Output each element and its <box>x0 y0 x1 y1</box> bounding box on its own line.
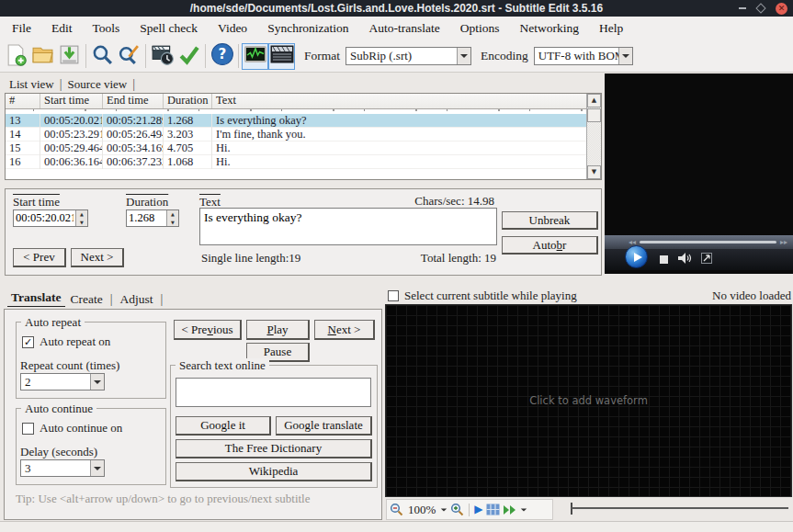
duration-spinner[interactable]: ▲▼ <box>126 209 179 227</box>
menu-networking[interactable]: Networking <box>510 21 590 36</box>
previous-button[interactable]: < Previous <box>174 320 242 340</box>
zoom-dropdown-arrow-icon[interactable] <box>441 508 447 511</box>
save-button[interactable] <box>56 43 83 70</box>
menu-video[interactable]: Video <box>208 21 257 36</box>
waveform-area[interactable]: Click to add waveform <box>385 304 792 497</box>
position-slider-track[interactable] <box>572 507 788 509</box>
toggle-video-button[interactable] <box>268 43 295 70</box>
unbreak-button[interactable]: Unbreak <box>502 211 598 230</box>
waveform-play-icon[interactable]: ▶ <box>474 503 482 516</box>
find-icon <box>91 43 114 70</box>
tab-create[interactable]: Create <box>65 292 108 307</box>
menu-synchronization[interactable]: Synchronization <box>257 21 358 36</box>
auto-repeat-checkbox[interactable]: ✓ <box>22 336 34 348</box>
close-button[interactable]: ✕ <box>776 3 787 15</box>
google-it-button[interactable]: Google it <box>176 416 271 436</box>
col-number[interactable]: # <box>6 94 40 108</box>
google-translate-button[interactable]: Google translate <box>276 416 372 436</box>
tab-translate[interactable]: Translate <box>7 290 65 307</box>
free-dictionary-button[interactable]: The Free Dictionary <box>176 439 372 458</box>
table-row[interactable]: 13 00:05:20.021 00:05:21.289 1.268 Is ev… <box>6 114 586 128</box>
dropdown-arrow-icon <box>618 48 632 64</box>
new-file-icon <box>5 43 28 70</box>
window-title: /home/sde/Documents/Lost.Girls.and.Love.… <box>190 2 603 15</box>
delay-dropdown[interactable]: 3 <box>20 459 105 477</box>
menu-edit[interactable]: Edit <box>41 21 83 36</box>
scrollbar-thumb[interactable] <box>587 108 601 122</box>
menu-auto-translate[interactable]: Auto-translate <box>359 21 450 36</box>
spell-check-button[interactable] <box>176 43 202 70</box>
next-subtitle-button[interactable]: Next > <box>71 248 124 267</box>
scroll-up-icon[interactable]: ▲ <box>587 94 601 108</box>
table-row[interactable]: 16 00:06:36.164 00:06:37.232 1.068 Hi. <box>6 155 586 169</box>
select-subtitle-checkbox[interactable] <box>388 290 399 301</box>
search-text-input[interactable] <box>176 378 371 407</box>
bottom-tabs: Translate Create | Adjust | <box>7 290 164 307</box>
minimize-button[interactable] <box>739 7 746 9</box>
play-button-translate[interactable]: Play <box>246 320 310 340</box>
menu-help[interactable]: Help <box>589 21 633 36</box>
scroll-down-icon[interactable]: ▼ <box>587 165 601 179</box>
start-time-input[interactable] <box>14 210 75 226</box>
duration-input[interactable] <box>127 210 166 226</box>
new-file-button[interactable] <box>3 43 29 70</box>
menu-tools[interactable]: Tools <box>83 21 130 36</box>
encoding-dropdown[interactable]: UTF-8 with BOM <box>534 47 633 65</box>
view-tabs: List view | Source view | <box>6 77 137 92</box>
tab-source-view[interactable]: Source view <box>64 77 131 92</box>
col-end-time[interactable]: End time <box>103 94 164 108</box>
waveform-placeholder: Click to add waveform <box>529 394 648 407</box>
help-icon: ? <box>210 42 234 70</box>
volume-icon[interactable] <box>677 252 692 268</box>
visual-sync-button[interactable] <box>149 43 176 70</box>
table-scrollbar[interactable]: ▲ ▼ <box>586 94 601 179</box>
seek-bar[interactable] <box>640 241 776 243</box>
table-row[interactable]: 14 00:05:23.291 00:05:26.494 3.203 I'm f… <box>6 128 586 141</box>
menu-options[interactable]: Options <box>450 21 510 36</box>
repeat-count-label: Repeat count (times) <box>20 358 119 373</box>
find-button[interactable] <box>89 43 116 70</box>
menu-file[interactable]: File <box>2 21 41 36</box>
toolbar-separator <box>205 44 206 68</box>
format-dropdown[interactable]: SubRip (.srt) <box>346 47 471 65</box>
stop-button[interactable] <box>660 255 668 264</box>
start-time-label: Start time <box>13 195 60 209</box>
col-text[interactable]: Text <box>212 94 586 108</box>
subtitle-text-input[interactable]: Is everything okay? <box>199 208 497 245</box>
open-file-button[interactable] <box>29 43 56 70</box>
replace-button[interactable] <box>116 43 142 70</box>
repeat-count-dropdown[interactable]: 2 <box>20 373 105 391</box>
toggle-waveform-button[interactable] <box>242 43 268 70</box>
tab-list-view[interactable]: List view <box>6 77 58 92</box>
fullscreen-icon[interactable] <box>701 253 712 267</box>
wikipedia-button[interactable]: Wikipedia <box>176 462 372 481</box>
help-button[interactable]: ? <box>209 43 235 70</box>
col-start-time[interactable]: Start time <box>40 94 103 108</box>
dropdown-arrow-icon <box>90 460 104 476</box>
auto-br-button[interactable]: Auto br <box>502 236 598 255</box>
seek-forward-icon[interactable]: ▸▸ <box>780 238 787 246</box>
maximize-button[interactable] <box>755 3 765 13</box>
start-time-spinner[interactable]: ▲▼ <box>13 209 88 227</box>
prev-subtitle-button[interactable]: < Prev <box>13 248 66 267</box>
waveform-zoom-value[interactable]: 100% <box>406 503 437 517</box>
save-icon <box>58 43 81 70</box>
video-player[interactable]: ◂◂ ▸▸ <box>605 74 793 274</box>
col-duration[interactable]: Duration <box>164 94 212 108</box>
spinner-arrows-icon[interactable]: ▲▼ <box>75 210 87 226</box>
select-subtitle-row: Select current subtitle while playing <box>388 289 577 303</box>
video-position-icon[interactable] <box>486 504 500 515</box>
ffwd-dropdown-arrow-icon[interactable] <box>520 508 526 511</box>
zoom-out-icon[interactable] <box>390 503 403 516</box>
fast-forward-icon[interactable] <box>503 504 517 515</box>
play-button[interactable] <box>625 245 648 268</box>
next-button-translate[interactable]: Next > <box>314 320 375 340</box>
auto-continue-checkbox[interactable] <box>22 423 34 435</box>
auto-continue-group: Auto continue Auto continue on Delay (se… <box>16 408 166 485</box>
zoom-in-icon[interactable] <box>450 503 464 516</box>
spinner-arrows-icon[interactable]: ▲▼ <box>166 210 178 226</box>
tab-adjust[interactable]: Adjust <box>115 292 159 307</box>
chars-per-sec: Chars/sec: 14.98 <box>410 194 494 209</box>
menu-spell-check[interactable]: Spell check <box>130 21 208 36</box>
table-row[interactable]: 15 00:05:29.464 00:05:34.169 4.705 Hi. <box>6 141 586 155</box>
